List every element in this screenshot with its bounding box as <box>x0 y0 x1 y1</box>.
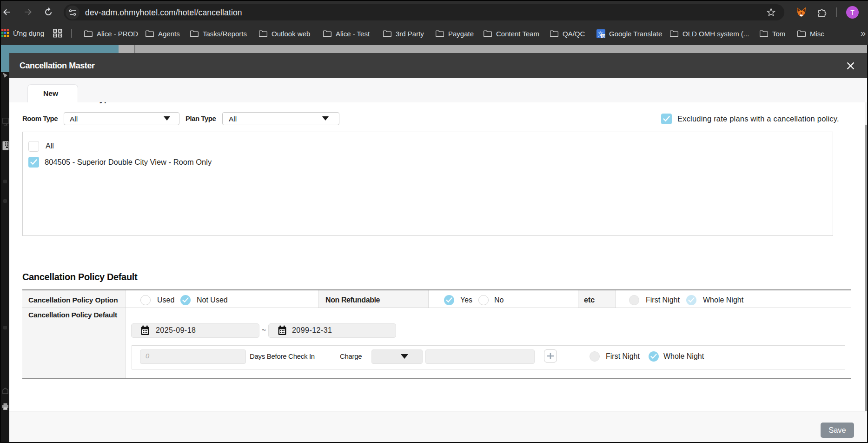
svg-text:G: G <box>602 34 605 38</box>
